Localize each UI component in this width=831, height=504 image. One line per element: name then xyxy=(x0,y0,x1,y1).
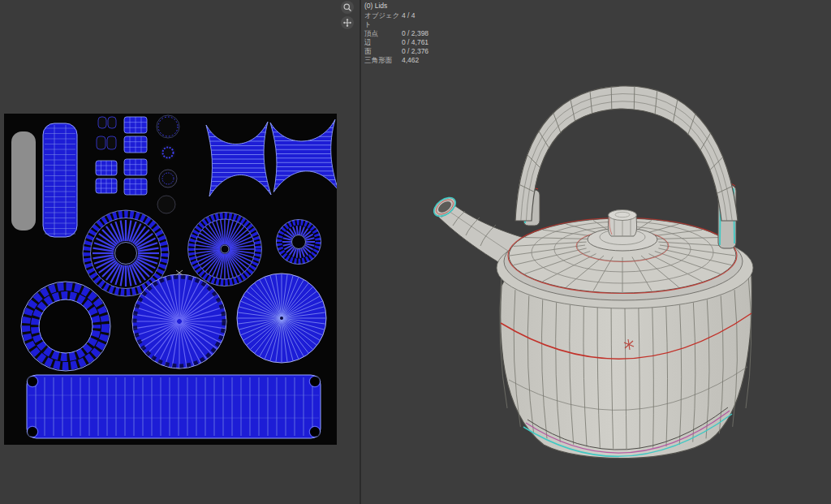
uv-canvas[interactable] xyxy=(4,114,337,445)
viewport-gizmos xyxy=(341,1,354,29)
uv-editor-panel[interactable] xyxy=(0,0,360,504)
kettle-handle[interactable] xyxy=(515,86,738,221)
move-icon[interactable] xyxy=(341,16,354,29)
uv-island-butterfly[interactable] xyxy=(203,122,273,196)
3d-viewport[interactable]: (0) Lids オブジェクト 4 / 4 頂点 0 / 2,398 辺 0 /… xyxy=(361,0,831,504)
uv-island-small-circles[interactable] xyxy=(157,115,179,213)
uv-island-grid[interactable] xyxy=(96,179,117,193)
stat-faces: 面 0 / 2,376 xyxy=(364,47,428,56)
uv-island-grid[interactable] xyxy=(124,159,147,175)
stat-vertices: 頂点 0 / 2,398 xyxy=(364,29,428,38)
uv-island-grid[interactable] xyxy=(96,161,117,175)
stat-triangles: 三角形面 4,462 xyxy=(364,56,428,65)
blender-window: (0) Lids オブジェクト 4 / 4 頂点 0 / 2,398 辺 0 /… xyxy=(0,0,831,504)
uv-island-grid[interactable] xyxy=(124,136,147,153)
uv-island-checker-strip[interactable] xyxy=(43,123,77,237)
uv-island-butterfly[interactable] xyxy=(267,119,337,192)
kettle-model[interactable] xyxy=(361,0,831,504)
stat-edges: 辺 0 / 4,761 xyxy=(364,38,428,47)
uv-island-grid[interactable] xyxy=(124,179,147,195)
uv-island-fine-wheel[interactable] xyxy=(237,274,326,363)
uv-island-wheel[interactable] xyxy=(276,219,321,265)
stats-overlay: (0) Lids オブジェクト 4 / 4 頂点 0 / 2,398 辺 0 /… xyxy=(364,2,428,65)
uv-island-band[interactable] xyxy=(27,375,321,438)
uv-island-wheel[interactable] xyxy=(188,213,262,286)
uv-island-gray-strip[interactable] xyxy=(11,131,36,230)
stat-objects: オブジェクト 4 / 4 xyxy=(364,11,428,29)
uv-island-donut[interactable] xyxy=(21,282,110,371)
zoom-icon[interactable] xyxy=(341,1,354,14)
uv-island-tabs[interactable] xyxy=(97,117,116,149)
uv-island-grid[interactable] xyxy=(124,117,147,133)
active-collection-label: (0) Lids xyxy=(364,2,428,11)
